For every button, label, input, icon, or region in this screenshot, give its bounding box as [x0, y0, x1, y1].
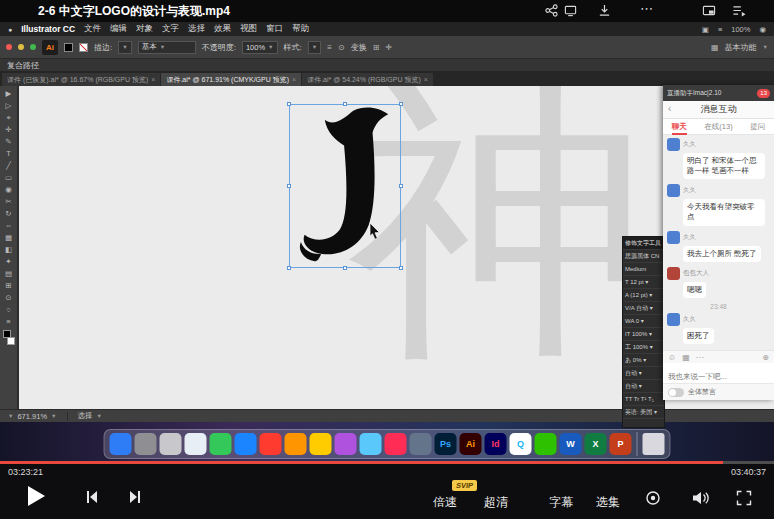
- style-select[interactable]: ▼: [308, 41, 321, 54]
- menubar-app-name[interactable]: Illustrator CC: [21, 24, 75, 34]
- selection-handle[interactable]: [343, 266, 347, 270]
- document-tab[interactable]: 课件.ai* @ 671.91% (CMYK/GPU 预览)×: [161, 73, 301, 86]
- image-icon[interactable]: ▦: [682, 353, 690, 362]
- selection-handle[interactable]: [343, 102, 347, 106]
- char-panel-row[interactable]: 自动 ▾: [623, 380, 664, 393]
- selection-handle[interactable]: [399, 184, 403, 188]
- chat-titlebar[interactable]: 直播助手Imac|2.10 13: [663, 85, 774, 101]
- dock-icon-4[interactable]: [185, 433, 207, 455]
- tool-icon-18[interactable]: ⊙: [5, 292, 11, 304]
- crosshair-icon[interactable]: ✛: [385, 43, 392, 52]
- download-icon[interactable]: [598, 4, 613, 18]
- chat-more-icon[interactable]: ⋯: [696, 353, 704, 362]
- episodes-button[interactable]: 选集: [596, 494, 620, 511]
- dock-icon-12[interactable]: [385, 433, 407, 455]
- tool-icon-17[interactable]: ⊞: [5, 280, 11, 292]
- char-panel-row[interactable]: 自动 ▾: [623, 367, 664, 380]
- dock-icon-16[interactable]: Id: [485, 433, 507, 455]
- next-button[interactable]: [128, 490, 143, 504]
- dock-icon-19[interactable]: W: [560, 433, 582, 455]
- tab-close-icon[interactable]: ×: [292, 76, 296, 83]
- char-panel-row[interactable]: A (12 pt) ▾: [623, 289, 664, 302]
- panels-icon[interactable]: ▦: [711, 43, 719, 52]
- char-panel-row[interactable]: あ 0% ▾: [623, 354, 664, 367]
- selection-handle[interactable]: [287, 184, 291, 188]
- progress-bar[interactable]: [0, 461, 774, 464]
- tool-icon-14[interactable]: ◧: [5, 244, 12, 256]
- fullscreen-icon[interactable]: [736, 490, 752, 506]
- chat-message-list[interactable]: 久久明白了 和宋体一个思路一样 笔画不一样久久今天我看有望突破零点久久我去上个厕…: [663, 135, 774, 350]
- char-panel-row[interactable]: 工 100% ▾: [623, 341, 664, 354]
- tool-icon-12[interactable]: ⇔: [5, 220, 13, 232]
- tool-icon-7[interactable]: ╱: [6, 160, 11, 172]
- char-panel-row[interactable]: TT Tr T¹ T₁: [623, 393, 664, 406]
- zoom-window-button[interactable]: [30, 44, 36, 50]
- menubar-item-文件[interactable]: 文件: [84, 23, 101, 35]
- chat-input[interactable]: [668, 372, 769, 381]
- char-panel-row[interactable]: WA 0 ▾: [623, 315, 664, 328]
- pip-icon[interactable]: [702, 4, 717, 18]
- tool-icon-11[interactable]: ↻: [5, 208, 11, 220]
- menubar-item-文字[interactable]: 文字: [162, 23, 179, 35]
- char-panel-row[interactable]: 英语: 美国 ▾: [623, 406, 664, 419]
- stroke-color-swatch[interactable]: [79, 43, 88, 52]
- minimize-window-button[interactable]: [18, 44, 24, 50]
- quality-button[interactable]: 超清: [484, 494, 508, 511]
- chat-tab-在线(13)[interactable]: 在线(13): [704, 119, 732, 135]
- record-icon[interactable]: [645, 490, 661, 506]
- char-panel-row[interactable]: 修饰文字工具: [623, 237, 664, 250]
- share-icon[interactable]: [545, 4, 560, 18]
- dock-icon-13[interactable]: [410, 433, 432, 455]
- stroke-swatch[interactable]: [7, 337, 15, 345]
- tool-icon-5[interactable]: ✎: [5, 136, 11, 148]
- status-icon-2[interactable]: ≡: [718, 25, 722, 34]
- selection-handle[interactable]: [287, 102, 291, 106]
- tool-icon-6[interactable]: T: [6, 148, 11, 160]
- avatar[interactable]: [667, 138, 680, 151]
- dock-icon-2[interactable]: [135, 433, 157, 455]
- dock-icon-14[interactable]: Ps: [435, 433, 457, 455]
- chat-tab-提问[interactable]: 提问: [750, 119, 765, 135]
- tool-icon-19[interactable]: ○: [6, 304, 11, 316]
- grid-icon[interactable]: ⊞: [373, 43, 380, 52]
- dock-icon-8[interactable]: [285, 433, 307, 455]
- tool-icon-20[interactable]: ≡: [6, 316, 10, 328]
- fill-stroke-swatches[interactable]: [3, 330, 15, 345]
- dock-icon-21[interactable]: P: [610, 433, 632, 455]
- dock-trash-icon[interactable]: [643, 433, 665, 455]
- dock-icon-17[interactable]: Q: [510, 433, 532, 455]
- selection-handle[interactable]: [399, 102, 403, 106]
- current-tool-label[interactable]: 选择: [78, 411, 93, 421]
- back-icon[interactable]: ‹: [668, 103, 671, 114]
- dock-icon-5[interactable]: [210, 433, 232, 455]
- char-panel-row[interactable]: IT 100% ▾: [623, 328, 664, 341]
- document-tab[interactable]: 课件.ai* @ 54.24% (RGB/GPU 预览)×: [302, 73, 433, 86]
- menubar-item-视图[interactable]: 视图: [240, 23, 257, 35]
- avatar[interactable]: [667, 267, 680, 280]
- dock-icon-18[interactable]: [535, 433, 557, 455]
- align-icon[interactable]: ≡: [327, 43, 332, 52]
- document-setup-icon[interactable]: ⊙: [338, 43, 345, 52]
- dock-icon-1[interactable]: [110, 433, 132, 455]
- add-icon[interactable]: ⊕: [762, 353, 769, 362]
- char-panel-row[interactable]: V/A 自动 ▾: [623, 302, 664, 315]
- chat-tab-聊天[interactable]: 聊天: [672, 119, 687, 135]
- blackletter-glyph[interactable]: [293, 107, 397, 265]
- menubar-item-对象[interactable]: 对象: [136, 23, 153, 35]
- tool-icon-4[interactable]: ✛: [5, 124, 11, 136]
- menubar-item-选择[interactable]: 选择: [188, 23, 205, 35]
- tool-icon-8[interactable]: ▭: [5, 172, 12, 184]
- zoom-level[interactable]: 671.91%: [17, 412, 47, 421]
- status-icon-3[interactable]: ◉: [759, 25, 766, 34]
- volume-icon[interactable]: [692, 490, 709, 506]
- tab-close-icon[interactable]: ×: [151, 76, 155, 83]
- char-panel-row[interactable]: Medium: [623, 263, 664, 276]
- avatar[interactable]: [667, 184, 680, 197]
- tool-icon-2[interactable]: ▷: [6, 100, 12, 112]
- apple-menu-icon[interactable]: ●: [8, 26, 12, 33]
- status-icon-1[interactable]: ▣: [702, 25, 709, 34]
- cast-icon[interactable]: [564, 4, 579, 18]
- close-window-button[interactable]: [6, 44, 12, 50]
- dock-icon-9[interactable]: [310, 433, 332, 455]
- dock-icon-15[interactable]: Ai: [460, 433, 482, 455]
